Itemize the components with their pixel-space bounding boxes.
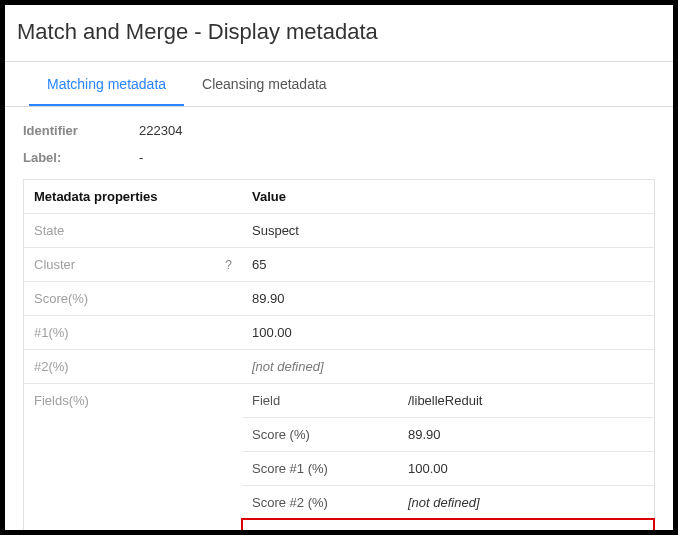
- sub-value: 100.00: [398, 452, 654, 485]
- metadata-properties-table: Metadata properties Value State Suspect …: [23, 179, 655, 535]
- surrogate-highlight: Surrogate field /typeArticle Surrogate s…: [241, 518, 655, 535]
- header-properties: Metadata properties: [24, 180, 242, 213]
- identifier-row: Identifier 222304: [23, 117, 655, 144]
- sub-value: 89.90: [398, 418, 654, 451]
- sub-key: Score (%): [242, 418, 398, 451]
- prop-key: State: [24, 214, 242, 247]
- help-icon[interactable]: ?: [225, 258, 232, 272]
- table-row: State Suspect: [24, 213, 654, 247]
- prop-value: 100.00: [242, 316, 654, 349]
- tabs: Matching metadata Cleansing metadata: [5, 62, 673, 107]
- prop-key: #1(%): [24, 316, 242, 349]
- prop-value: 65: [242, 248, 654, 281]
- tab-cleansing-metadata[interactable]: Cleansing metadata: [184, 62, 345, 106]
- table-row: Score(%) 89.90: [24, 281, 654, 315]
- label-value: -: [139, 150, 143, 165]
- sub-value: /typeArticle: [399, 520, 653, 535]
- sub-key: Surrogate field: [243, 520, 399, 535]
- page-title: Match and Merge - Display metadata: [5, 5, 673, 55]
- table-row: #1(%) 100.00: [24, 315, 654, 349]
- sub-row: Field /libelleReduit: [242, 384, 654, 417]
- fields-label: Fields(%): [24, 384, 242, 535]
- tab-matching-metadata[interactable]: Matching metadata: [29, 62, 184, 106]
- sub-value: /libelleReduit: [398, 384, 654, 417]
- prop-key: Score(%): [24, 282, 242, 315]
- prop-key: Cluster ?: [24, 248, 242, 281]
- identifier-value: 222304: [139, 123, 182, 138]
- header-value: Value: [242, 180, 654, 213]
- sub-row: Score #2 (%) [not defined]: [242, 485, 654, 519]
- fields-subtable: Field /libelleReduit Score (%) 89.90 Sco…: [242, 384, 654, 535]
- label-label: Label:: [23, 150, 139, 165]
- sub-key: Score #1 (%): [242, 452, 398, 485]
- sub-key: Score #2 (%): [242, 486, 398, 519]
- prop-value: 89.90: [242, 282, 654, 315]
- table-row: Cluster ? 65: [24, 247, 654, 281]
- identifier-label: Identifier: [23, 123, 139, 138]
- sub-row: Score #1 (%) 100.00: [242, 451, 654, 485]
- sub-row: Score (%) 89.90: [242, 417, 654, 451]
- sub-row: Surrogate field /typeArticle: [243, 520, 653, 535]
- label-row: Label: -: [23, 144, 655, 171]
- fields-row: Fields(%) Field /libelleReduit Score (%)…: [24, 383, 654, 535]
- content: Identifier 222304 Label: - Metadata prop…: [5, 107, 673, 535]
- prop-key: #2(%): [24, 350, 242, 383]
- table-row: #2(%) [not defined]: [24, 349, 654, 383]
- prop-value: [not defined]: [242, 350, 654, 383]
- prop-value: Suspect: [242, 214, 654, 247]
- sub-key: Field: [242, 384, 398, 417]
- table-header: Metadata properties Value: [24, 180, 654, 213]
- sub-value: [not defined]: [398, 486, 654, 519]
